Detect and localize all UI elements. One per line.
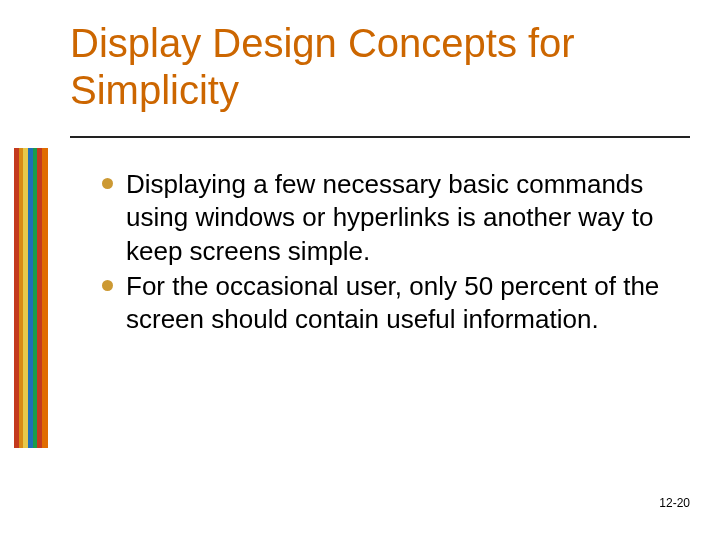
bullet-item: For the occasional user, only 50 percent… <box>100 270 670 337</box>
bullet-item: Displaying a few necessary basic command… <box>100 168 670 268</box>
slide-title: Display Design Concepts for Simplicity <box>70 20 680 114</box>
decorative-stripe <box>14 148 48 448</box>
bullet-text: Displaying a few necessary basic command… <box>126 169 653 266</box>
bullet-text: For the occasional user, only 50 percent… <box>126 271 659 334</box>
page-number: 12-20 <box>659 496 690 510</box>
bullet-list: Displaying a few necessary basic command… <box>100 168 670 336</box>
body-text: Displaying a few necessary basic command… <box>100 168 670 338</box>
title-underline <box>70 136 690 138</box>
slide: Display Design Concepts for Simplicity D… <box>0 0 720 540</box>
